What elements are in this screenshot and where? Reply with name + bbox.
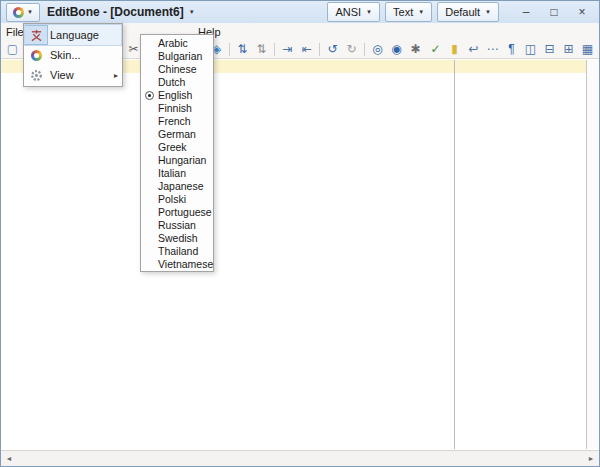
language-option-vietnamese[interactable]: Vietnamese bbox=[141, 257, 213, 270]
maximize-button[interactable]: □ bbox=[540, 3, 568, 21]
toolbar-icon-glyph: ✱ bbox=[410, 43, 420, 55]
toolbar-icon-glyph: ⊞ bbox=[563, 43, 573, 55]
style-dropdown[interactable]: Default ▼ bbox=[437, 2, 499, 22]
language-option-french[interactable]: French bbox=[141, 114, 213, 127]
radio-selected-icon bbox=[145, 91, 154, 100]
vertical-scrollbar[interactable] bbox=[587, 60, 599, 449]
language-option-italian[interactable]: Italian bbox=[141, 166, 213, 179]
toolbar-icon-undo[interactable]: ↺ bbox=[324, 41, 341, 57]
toolbar-icon-word-wrap[interactable]: ↩ bbox=[465, 41, 482, 57]
menu-item-language[interactable]: Language bbox=[25, 25, 121, 45]
encoding-dropdown[interactable]: ANSI ▼ bbox=[327, 2, 380, 22]
chevron-down-icon: ▼ bbox=[485, 9, 491, 15]
toolbar-icon-sort-ascending[interactable]: ⇅ bbox=[234, 41, 251, 57]
language-option-label: Chinese bbox=[158, 63, 197, 75]
toolbar-icon-pilcrow[interactable]: ¶ bbox=[503, 41, 520, 57]
editor-area[interactable] bbox=[1, 60, 599, 449]
toolbar-icon-redo[interactable]: ↻ bbox=[343, 41, 360, 57]
language-icon bbox=[25, 26, 47, 44]
toolbar-icon-glyph: ▢ bbox=[7, 43, 18, 55]
scroll-right-icon[interactable]: ► bbox=[583, 455, 599, 462]
toolbar-icon-split-horizontal[interactable]: ◫ bbox=[522, 41, 539, 57]
close-button[interactable]: × bbox=[568, 3, 596, 21]
chevron-down-icon: ▼ bbox=[418, 9, 424, 15]
toolbar-icon-separator bbox=[319, 43, 320, 56]
chevron-down-icon: ▼ bbox=[27, 9, 33, 15]
toolbar-icon-glyph: ◎ bbox=[372, 43, 382, 55]
menu-item-view[interactable]: View ▸ bbox=[25, 65, 121, 85]
language-option-japanese[interactable]: Japanese bbox=[141, 179, 213, 192]
toolbar-icon-table[interactable]: ▦ bbox=[579, 41, 596, 57]
chevron-down-icon: ▼ bbox=[366, 9, 372, 15]
skin-icon bbox=[25, 46, 47, 64]
toolbar-icon-new-window[interactable]: ⊞ bbox=[560, 41, 577, 57]
language-option-label: Portuguese bbox=[158, 206, 212, 218]
toolbar-icon-glyph: ⋯ bbox=[487, 43, 499, 55]
language-option-greek[interactable]: Greek bbox=[141, 140, 213, 153]
toolbar-icon-search[interactable]: ◎ bbox=[369, 41, 386, 57]
app-menu-panel: Language Skin... View ▸ bbox=[23, 23, 123, 87]
language-option-english[interactable]: English bbox=[141, 88, 213, 101]
app-menu-button[interactable]: ▼ bbox=[6, 3, 40, 22]
toolbar-icon-split-vertical[interactable]: ⊟ bbox=[541, 41, 558, 57]
toolbar-icon-glyph: ⇅ bbox=[256, 43, 266, 55]
toolbar-icon-outdent[interactable]: ⇤ bbox=[298, 41, 315, 57]
toolbar-icon-separator bbox=[274, 43, 275, 56]
language-option-label: Japanese bbox=[158, 180, 204, 192]
toolbar-icon-spell-check[interactable]: ✓ bbox=[427, 41, 444, 57]
document-type-dropdown[interactable]: Text ▼ bbox=[385, 2, 432, 22]
language-option-chinese[interactable]: Chinese bbox=[141, 62, 213, 75]
toolbar-icon-glyph: ◉ bbox=[391, 43, 401, 55]
toolbar-icon-zoom[interactable]: ◉ bbox=[388, 41, 405, 57]
chevron-down-icon: ▼ bbox=[189, 9, 195, 15]
toolbar-right-group: ✓ ▮ ↩ ⋯ ¶ ◫ bbox=[426, 41, 597, 57]
language-option-label: Dutch bbox=[158, 76, 185, 88]
menu-item-language-label: Language bbox=[50, 29, 121, 41]
pane-splitter[interactable] bbox=[454, 60, 455, 449]
toolbar-icon-glyph: ✓ bbox=[430, 43, 440, 55]
toolbar-icon-settings[interactable]: ✱ bbox=[407, 41, 424, 57]
toolbar-icon-glyph: ⇤ bbox=[301, 43, 311, 55]
language-option-label: English bbox=[158, 89, 192, 101]
language-option-russian[interactable]: Russian bbox=[141, 218, 213, 231]
language-option-label: Thailand bbox=[158, 245, 198, 257]
language-option-polski[interactable]: Polski bbox=[141, 192, 213, 205]
toolbar-icon-sort-descending[interactable]: ⇅ bbox=[253, 41, 270, 57]
toolbar-icon-highlight[interactable]: ▮ bbox=[446, 41, 463, 57]
window-controls: – □ × bbox=[512, 3, 596, 21]
toolbar-icon-glyph: ⊟ bbox=[544, 43, 554, 55]
language-option-label: Hungarian bbox=[158, 154, 206, 166]
toolbar-icon-glyph: ¶ bbox=[508, 43, 514, 55]
language-option-bulgarian[interactable]: Bulgarian bbox=[141, 49, 213, 62]
language-option-label: German bbox=[158, 128, 196, 140]
toolbar-icon-glyph: ◫ bbox=[525, 43, 536, 55]
language-option-label: Italian bbox=[158, 167, 186, 179]
language-option-thailand[interactable]: Thailand bbox=[141, 244, 213, 257]
editbone-window: ▼ EditBone - [Document6] ▼ ANSI ▼ Text ▼… bbox=[0, 0, 600, 467]
scroll-left-icon[interactable]: ◄ bbox=[1, 455, 17, 462]
vertical-scrollbar-border bbox=[586, 60, 587, 449]
toolbar-icon-indent[interactable]: ⇥ bbox=[279, 41, 296, 57]
toolbar-icon-glyph: ▦ bbox=[582, 43, 593, 55]
language-option-portuguese[interactable]: Portuguese bbox=[141, 205, 213, 218]
language-option-finnish[interactable]: Finnish bbox=[141, 101, 213, 114]
language-option-german[interactable]: German bbox=[141, 127, 213, 140]
title-bar-controls: ANSI ▼ Text ▼ Default ▼ – □ × bbox=[327, 2, 596, 22]
toolbar-icon-separator bbox=[364, 43, 365, 56]
language-option-swedish[interactable]: Swedish bbox=[141, 231, 213, 244]
language-option-hungarian[interactable]: Hungarian bbox=[141, 153, 213, 166]
horizontal-scrollbar[interactable]: ◄ ► bbox=[1, 450, 599, 466]
menu-item-skin[interactable]: Skin... bbox=[25, 45, 121, 65]
toolbar-icon-show-whitespace[interactable]: ⋯ bbox=[484, 41, 501, 57]
minimize-button[interactable]: – bbox=[512, 3, 540, 21]
language-option-arabic[interactable]: Arabic bbox=[141, 36, 213, 49]
toolbar-icon-glyph: ✂ bbox=[128, 43, 138, 55]
language-option-label: French bbox=[158, 115, 191, 127]
window-title[interactable]: EditBone - [Document6] ▼ bbox=[47, 5, 195, 19]
toolbar-icon-new-document[interactable]: ▢ bbox=[4, 41, 21, 57]
language-option-label: Russian bbox=[158, 219, 196, 231]
document-type-dropdown-label: Text bbox=[393, 6, 413, 18]
language-option-dutch[interactable]: Dutch bbox=[141, 75, 213, 88]
toolbar-icon-separator bbox=[229, 43, 230, 56]
language-option-label: Arabic bbox=[158, 37, 188, 49]
